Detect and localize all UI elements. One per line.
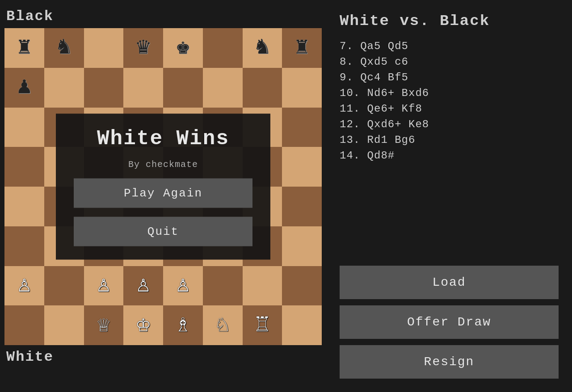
- board-cell: [44, 68, 84, 108]
- chess-piece: ♙: [97, 274, 110, 297]
- load-button[interactable]: Load: [340, 266, 559, 299]
- board-cell: ♛: [123, 28, 163, 68]
- board-cell: [163, 68, 203, 108]
- board-cell: ♜: [4, 28, 44, 68]
- chess-piece: ♘: [215, 314, 229, 337]
- board-cell: [44, 266, 84, 306]
- board-cell: [4, 108, 44, 147]
- move-entry: 7. Qa5 Qd5: [340, 39, 559, 53]
- move-entry: 11. Qe6+ Kf8: [340, 102, 559, 116]
- board-cell: [44, 305, 84, 345]
- chess-piece: ♙: [136, 274, 150, 297]
- board-cell: [4, 226, 44, 266]
- board-cell: ♕: [84, 305, 124, 345]
- board-cell: [282, 266, 322, 306]
- move-list: 7. Qa5 Qd58. Qxd5 c69. Qc4 Bf510. Nd6+ B…: [340, 39, 559, 259]
- board-cell: [203, 28, 243, 68]
- quit-button[interactable]: Quit: [74, 217, 252, 246]
- board-cell: [4, 305, 44, 345]
- board-cell: ♗: [163, 305, 203, 345]
- chess-piece: ♜: [17, 36, 31, 59]
- chess-piece: ♗: [176, 314, 190, 337]
- black-player-label: Black: [4, 4, 326, 28]
- board-cell: [243, 68, 282, 108]
- board-cell: [123, 68, 163, 108]
- board-cell: [4, 147, 44, 187]
- board-cell: ♙: [123, 266, 163, 306]
- move-entry: 12. Qxd6+ Ke8: [340, 117, 559, 131]
- main-layout: Black ♜♞♛♚♞♜♟♙♙♙♙♕♔♗♘♖ White Wins By che…: [0, 0, 572, 392]
- chess-piece: ♞: [57, 36, 71, 59]
- action-buttons: Load Offer Draw Resign: [340, 266, 559, 383]
- vs-title: White vs. Black: [340, 9, 559, 33]
- chess-piece: ♙: [176, 274, 190, 297]
- chess-piece: ♖: [255, 314, 269, 337]
- game-over-overlay: White Wins By checkmate Play Again Quit: [56, 114, 270, 260]
- board-cell: [282, 305, 322, 345]
- board-cell: ♙: [163, 266, 203, 306]
- move-entry: 9. Qc4 Bf5: [340, 71, 559, 84]
- board-cell: [84, 28, 124, 68]
- chess-piece: ♙: [17, 274, 31, 297]
- board-cell: ♜: [282, 28, 322, 68]
- chess-piece: ♞: [255, 36, 269, 59]
- board-cell: [282, 187, 322, 226]
- board-cell: [282, 147, 322, 187]
- board-cell: ♟: [4, 68, 44, 108]
- board-cell: ♙: [84, 266, 124, 306]
- game-over-title: White Wins: [97, 127, 229, 150]
- resign-button[interactable]: Resign: [340, 345, 559, 379]
- board-cell: ♚: [163, 28, 203, 68]
- white-player-label: White: [4, 345, 326, 369]
- move-entry: 14. Qd8#: [340, 149, 559, 163]
- board-cell: [282, 226, 322, 266]
- board-cell: [84, 68, 124, 108]
- board-cell: [4, 187, 44, 226]
- left-panel: Black ♜♞♛♚♞♜♟♙♙♙♙♕♔♗♘♖ White Wins By che…: [4, 4, 326, 388]
- chess-piece: ♜: [295, 36, 309, 59]
- chess-piece: ♕: [97, 314, 110, 337]
- board-cell: [203, 68, 243, 108]
- right-panel: White vs. Black 7. Qa5 Qd58. Qxd5 c69. Q…: [331, 4, 568, 388]
- board-cell: [282, 68, 322, 108]
- board-cell: ♞: [243, 28, 282, 68]
- board-cell: [282, 108, 322, 147]
- chess-piece: ♔: [136, 314, 150, 337]
- offer-draw-button[interactable]: Offer Draw: [340, 305, 559, 339]
- move-entry: 8. Qxd5 c6: [340, 55, 559, 69]
- chess-piece: ♚: [176, 36, 190, 59]
- board-cell: ♙: [4, 266, 44, 306]
- board-cell: ♘: [203, 305, 243, 345]
- board-cell: ♞: [44, 28, 84, 68]
- board-cell: [203, 266, 243, 306]
- board-container: ♜♞♛♚♞♜♟♙♙♙♙♕♔♗♘♖ White Wins By checkmate…: [4, 28, 322, 345]
- move-entry: 10. Nd6+ Bxd6: [340, 86, 559, 100]
- play-again-button[interactable]: Play Again: [74, 179, 252, 208]
- chess-piece: ♟: [17, 76, 31, 99]
- board-cell: [243, 266, 282, 306]
- chess-piece: ♛: [136, 36, 150, 59]
- board-cell: ♖: [243, 305, 282, 345]
- move-entry: 13. Rd1 Bg6: [340, 133, 559, 147]
- board-cell: ♔: [123, 305, 163, 345]
- game-over-subtitle: By checkmate: [128, 159, 198, 170]
